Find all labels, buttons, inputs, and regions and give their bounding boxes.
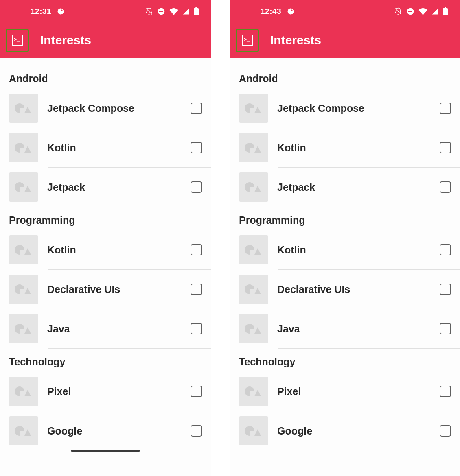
list-item-label: Java bbox=[277, 323, 431, 335]
list-item-label: Kotlin bbox=[47, 142, 182, 154]
svg-rect-4 bbox=[194, 8, 199, 15]
svg-rect-3 bbox=[159, 11, 163, 12]
status-time: 12:31 bbox=[31, 7, 51, 16]
list-item[interactable]: Jetpack Compose bbox=[230, 89, 460, 128]
svg-rect-11 bbox=[445, 7, 446, 9]
list-item[interactable]: Java bbox=[230, 309, 460, 348]
menu-button[interactable] bbox=[6, 29, 29, 52]
list-item-label: Kotlin bbox=[47, 244, 182, 256]
list-item-label: Google bbox=[277, 425, 431, 437]
interests-list[interactable]: AndroidJetpack ComposeKotlinJetpackProgr… bbox=[0, 58, 211, 450]
image-placeholder-icon bbox=[239, 94, 268, 123]
checkbox[interactable] bbox=[440, 425, 451, 437]
checkbox[interactable] bbox=[191, 181, 202, 193]
list-item[interactable]: Jetpack Compose bbox=[0, 89, 211, 128]
list-item[interactable]: Declarative UIs bbox=[230, 270, 460, 309]
list-item-label: Google bbox=[47, 425, 182, 437]
checkbox[interactable] bbox=[191, 142, 202, 153]
image-placeholder-icon bbox=[9, 275, 38, 304]
image-placeholder-icon bbox=[9, 235, 38, 264]
image-placeholder-icon bbox=[9, 94, 38, 123]
list-item-label: Jetpack bbox=[277, 181, 431, 193]
image-placeholder-icon bbox=[9, 377, 38, 406]
home-indicator[interactable] bbox=[71, 450, 140, 452]
list-item[interactable]: Jetpack bbox=[230, 168, 460, 207]
list-item-label: Declarative UIs bbox=[47, 284, 182, 295]
statusbar: 12:31 bbox=[0, 0, 211, 22]
list-item-label: Java bbox=[47, 323, 182, 335]
checkbox[interactable] bbox=[191, 103, 202, 114]
menu-button[interactable] bbox=[236, 29, 259, 52]
image-placeholder-icon bbox=[239, 133, 268, 162]
checkbox[interactable] bbox=[440, 181, 451, 193]
checkbox[interactable] bbox=[440, 103, 451, 114]
checkbox[interactable] bbox=[440, 244, 451, 255]
phone-screen-left: 12:31 Interests bbox=[0, 0, 211, 476]
image-placeholder-icon bbox=[239, 377, 268, 406]
list-item-label: Kotlin bbox=[277, 244, 431, 256]
checkbox[interactable] bbox=[440, 284, 451, 295]
terminal-icon bbox=[242, 35, 253, 46]
section-header: Technology bbox=[0, 349, 211, 372]
terminal-icon bbox=[12, 35, 23, 46]
checkbox[interactable] bbox=[191, 386, 202, 397]
image-placeholder-icon bbox=[239, 275, 268, 304]
list-item[interactable]: Google bbox=[0, 411, 211, 450]
image-placeholder-icon bbox=[9, 416, 38, 445]
list-item[interactable]: Pixel bbox=[230, 372, 460, 411]
list-item[interactable]: Kotlin bbox=[0, 230, 211, 269]
checkbox[interactable] bbox=[191, 323, 202, 334]
list-item-label: Pixel bbox=[47, 386, 182, 397]
image-placeholder-icon bbox=[9, 133, 38, 162]
list-item[interactable]: Java bbox=[0, 309, 211, 348]
svg-rect-10 bbox=[443, 8, 448, 15]
clock-icon bbox=[57, 8, 64, 15]
statusbar: 12:43 bbox=[230, 0, 460, 22]
checkbox[interactable] bbox=[191, 425, 202, 437]
list-item[interactable]: Kotlin bbox=[0, 128, 211, 167]
dnd-off-icon bbox=[394, 7, 402, 15]
list-item-label: Kotlin bbox=[277, 142, 431, 154]
checkbox[interactable] bbox=[440, 386, 451, 397]
dnd-off-icon bbox=[145, 7, 153, 15]
list-item[interactable]: Kotlin bbox=[230, 128, 460, 167]
appbar: Interests bbox=[230, 22, 460, 58]
list-item[interactable]: Declarative UIs bbox=[0, 270, 211, 309]
section-header: Programming bbox=[0, 207, 211, 230]
dnd-icon bbox=[406, 7, 414, 15]
list-item[interactable]: Pixel bbox=[0, 372, 211, 411]
checkbox[interactable] bbox=[191, 284, 202, 295]
list-item-label: Pixel bbox=[277, 386, 431, 397]
list-item[interactable]: Jetpack bbox=[0, 168, 211, 207]
section-header: Programming bbox=[230, 207, 460, 230]
battery-icon bbox=[194, 7, 199, 15]
cellular-icon bbox=[432, 8, 439, 15]
list-item-label: Jetpack Compose bbox=[277, 103, 431, 114]
list-item[interactable]: Kotlin bbox=[230, 230, 460, 269]
page-title: Interests bbox=[270, 33, 321, 47]
status-time: 12:43 bbox=[261, 7, 281, 16]
checkbox[interactable] bbox=[440, 142, 451, 153]
cellular-icon bbox=[182, 8, 190, 15]
appbar: Interests bbox=[0, 22, 211, 58]
image-placeholder-icon bbox=[239, 314, 268, 343]
image-placeholder-icon bbox=[9, 314, 38, 343]
wifi-icon bbox=[169, 8, 178, 15]
dnd-icon bbox=[157, 7, 165, 15]
checkbox[interactable] bbox=[191, 244, 202, 255]
image-placeholder-icon bbox=[239, 235, 268, 264]
list-item-label: Jetpack bbox=[47, 181, 182, 193]
section-header: Technology bbox=[230, 349, 460, 372]
list-item[interactable]: Google bbox=[230, 411, 460, 450]
list-item-label: Jetpack Compose bbox=[47, 103, 182, 114]
wifi-icon bbox=[418, 8, 427, 15]
section-header: Android bbox=[0, 66, 211, 89]
interests-list[interactable]: AndroidJetpack ComposeKotlinJetpackProgr… bbox=[230, 58, 460, 450]
image-placeholder-icon bbox=[9, 172, 38, 202]
section-header: Android bbox=[230, 66, 460, 89]
page-title: Interests bbox=[40, 33, 91, 47]
list-item-label: Declarative UIs bbox=[277, 284, 431, 295]
checkbox[interactable] bbox=[440, 323, 451, 334]
battery-icon bbox=[443, 7, 448, 15]
phone-screen-right: 12:43 Interests bbox=[230, 0, 460, 476]
